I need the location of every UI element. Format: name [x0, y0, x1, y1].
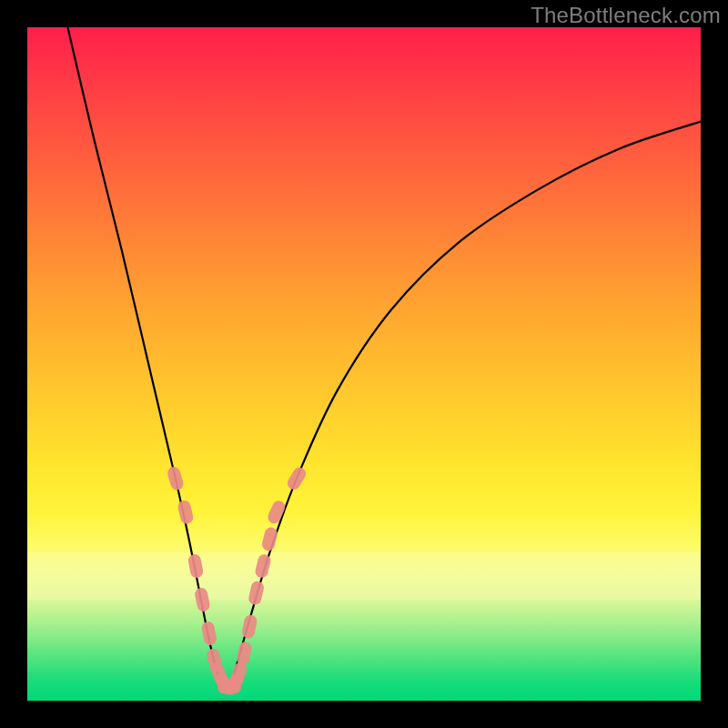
frame: TheBottleneck.com — [0, 0, 728, 728]
marker-point — [194, 587, 211, 612]
marker-point — [166, 465, 185, 491]
marker-point — [236, 641, 253, 666]
plot-area — [27, 27, 701, 701]
marker-point — [248, 580, 265, 605]
marker-point — [254, 553, 272, 580]
bottleneck-curve — [67, 27, 701, 690]
marker-point — [187, 553, 205, 579]
marker-point — [177, 500, 194, 525]
curve-group — [67, 27, 701, 690]
marker-point — [285, 465, 308, 491]
watermark-text: TheBottleneck.com — [531, 3, 721, 28]
marker-point — [260, 526, 278, 552]
chart-svg — [27, 27, 701, 701]
marker-point — [241, 613, 258, 639]
marker-point — [200, 621, 217, 646]
